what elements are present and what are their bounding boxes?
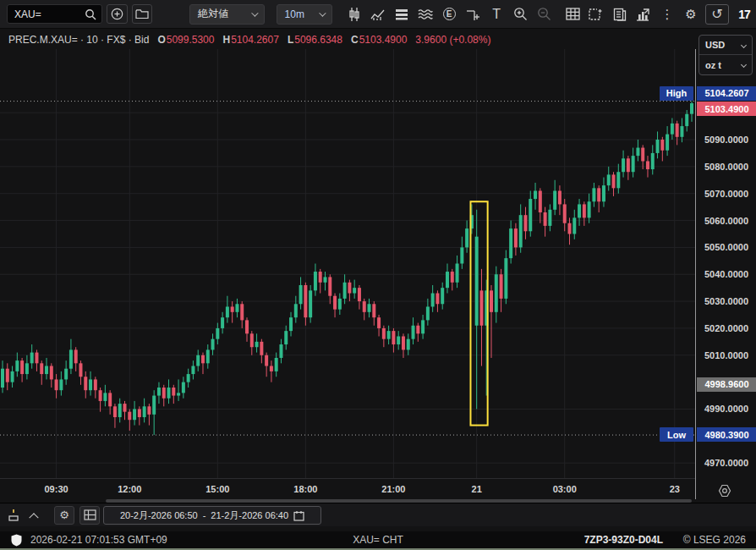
candle-body [636, 148, 639, 157]
layers-icon [395, 8, 408, 20]
candle-body [671, 124, 674, 135]
range-separator: - [203, 510, 206, 520]
panel-toggle-button[interactable] [3, 506, 24, 525]
candle-body [59, 379, 63, 390]
x-axis-tick-label: 03:00 [545, 484, 584, 494]
chart-settings-button[interactable]: ⚙ [679, 4, 703, 25]
symbol-search-box[interactable] [7, 4, 102, 24]
unit-dropdown[interactable]: oz t [699, 55, 752, 74]
open-label: O [157, 34, 165, 46]
table-view-button[interactable] [561, 4, 584, 25]
top-toolbar: 絶対値 10m E T [0, 0, 756, 29]
collapse-panel-button[interactable] [24, 506, 44, 525]
layout-grid-button[interactable] [79, 506, 100, 525]
zoom-out-button[interactable] [532, 4, 556, 25]
candle-body [397, 336, 400, 344]
chart-plot-area[interactable]: High Low [0, 49, 695, 478]
candle-body [544, 212, 547, 226]
chart-type-button[interactable] [342, 4, 366, 25]
unit-label: oz t [705, 60, 721, 70]
candle-body [460, 247, 463, 263]
candle-body [147, 406, 151, 415]
candle-body [363, 301, 366, 312]
y-axis-tick-label: 5070.0000 [696, 187, 756, 201]
snapshot-button[interactable] [584, 4, 608, 25]
add-chart-button[interactable] [107, 4, 127, 24]
candle-body [353, 288, 356, 293]
events-button[interactable]: E [437, 4, 461, 25]
candle-body [40, 363, 43, 374]
text-annotation-button[interactable]: T [485, 4, 508, 25]
candle-body [118, 404, 122, 417]
export-chart-button[interactable] [632, 4, 655, 25]
candle-body [534, 191, 537, 200]
candle-body [6, 369, 9, 382]
date-range-picker[interactable]: 20-2月-2026 06:50 - 21-2月-2026 06:40 [103, 506, 321, 525]
high-price-badge: 5104.2607 [697, 86, 756, 101]
gear-icon: ⚙ [685, 8, 696, 20]
candle-body [495, 274, 498, 312]
x-axis-tick-label: 09:30 [37, 484, 76, 494]
candlestick-chart-icon [347, 7, 362, 22]
candle-body [240, 304, 244, 320]
open-folder-button[interactable] [132, 4, 152, 24]
candle-body [416, 326, 419, 334]
undo-icon: ↺ [711, 8, 722, 21]
bottom-settings-button[interactable]: ⚙ [54, 506, 74, 525]
low-value: 5096.6348 [294, 34, 342, 46]
candle-body [583, 204, 586, 217]
axis-scale-button[interactable] [461, 4, 485, 25]
symbol-search-input[interactable] [8, 8, 85, 20]
currency-dropdown[interactable]: USD [699, 36, 752, 55]
scale-mode-dropdown[interactable]: 絶対値 [189, 4, 265, 25]
candle-body [548, 210, 551, 226]
folder-icon [135, 8, 149, 19]
candle-body [11, 371, 14, 382]
y-axis-tick-label: 5040.0000 [696, 267, 756, 281]
candle-body [622, 158, 625, 172]
candle-body [421, 320, 425, 333]
candle-body [260, 342, 263, 355]
analysis-button[interactable] [366, 4, 390, 25]
candle-body [206, 349, 210, 363]
candle-body [607, 174, 611, 185]
zoom-out-icon [537, 7, 551, 21]
candle-body [191, 366, 194, 375]
scale-mode-label: 絶対値 [198, 7, 228, 21]
candle-body [314, 272, 317, 290]
candle-body [201, 355, 205, 364]
compare-button[interactable] [414, 4, 437, 25]
layers-button[interactable] [390, 4, 414, 25]
copy-button[interactable] [608, 4, 632, 25]
candle-body [680, 126, 683, 137]
zoom-in-button[interactable] [508, 4, 532, 25]
more-options-button[interactable]: ⋮ [655, 4, 679, 25]
candle-body [685, 114, 688, 126]
candlestick-chart[interactable] [0, 49, 695, 478]
candle-body [504, 258, 507, 299]
low-marker-label: Low [660, 427, 693, 442]
interval-dropdown[interactable]: 10m [277, 4, 332, 25]
candle-body [588, 201, 591, 217]
x-axis-tick-label: 15:00 [198, 484, 237, 494]
candle-body [196, 355, 200, 366]
range-end: 21-2月-2026 06:40 [211, 509, 288, 522]
candle-body [103, 393, 107, 401]
y-axis-tick-label: 4990.0000 [696, 402, 756, 415]
high-label: H [222, 34, 230, 46]
interval-label: 10m [285, 8, 304, 20]
candle-body [500, 274, 503, 299]
candle-body [666, 135, 669, 151]
undo-button[interactable]: ↺ [705, 4, 729, 25]
candle-body [563, 204, 567, 223]
candle-body [99, 390, 102, 401]
candle-body [612, 174, 616, 188]
candle-body [465, 228, 468, 247]
price-scale-settings-icon [717, 483, 732, 498]
candle-body [509, 228, 512, 258]
candle-body [319, 272, 322, 283]
price-axis[interactable]: 5100.00005090.00005080.00005070.00005060… [695, 49, 756, 499]
price-scale-settings-button[interactable] [714, 481, 736, 500]
candle-body [187, 374, 190, 382]
time-axis[interactable]: 09:3012:0015:0018:0021:002103:0023 [0, 478, 695, 503]
